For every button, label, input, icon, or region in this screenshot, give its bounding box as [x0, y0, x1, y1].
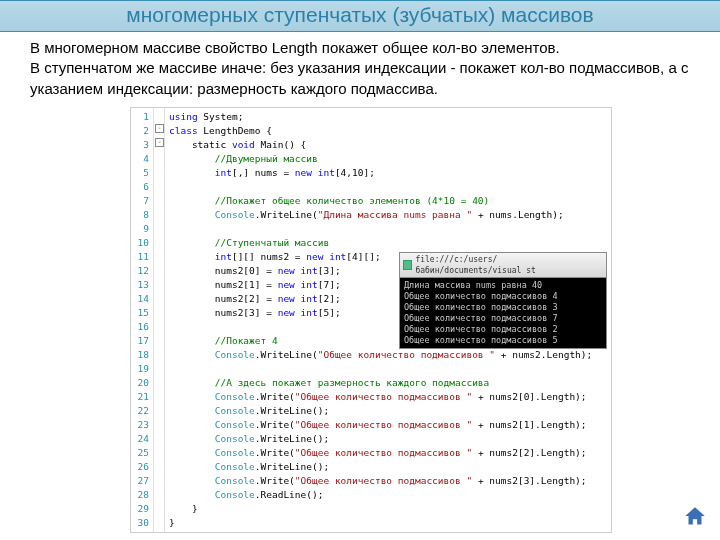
fold-gutter: - -	[154, 108, 165, 532]
home-button[interactable]	[682, 504, 708, 530]
console-output: Длина массива nums равна 40 Общее количе…	[400, 278, 606, 348]
slide-title: многомерных ступенчатых (зубчатых) масси…	[0, 0, 720, 32]
code-editor: 1234567891011121314151617181920212223242…	[130, 107, 612, 533]
console-titlebar: file:///c:/users/бабин/documents/visual …	[400, 253, 606, 278]
console-app-icon	[403, 260, 412, 270]
para-1: В многомерном массиве свойство Length по…	[30, 38, 700, 58]
fold-box-icon[interactable]: -	[155, 138, 164, 147]
console-title: file:///c:/users/бабин/documents/visual …	[415, 254, 603, 276]
para-2: В ступенчатом же массиве иначе: без указ…	[30, 58, 700, 99]
console-window: file:///c:/users/бабин/documents/visual …	[399, 252, 607, 349]
line-numbers: 1234567891011121314151617181920212223242…	[131, 108, 154, 532]
fold-box-icon[interactable]: -	[155, 124, 164, 133]
slide-body: В многомерном массиве свойство Length по…	[0, 32, 720, 103]
